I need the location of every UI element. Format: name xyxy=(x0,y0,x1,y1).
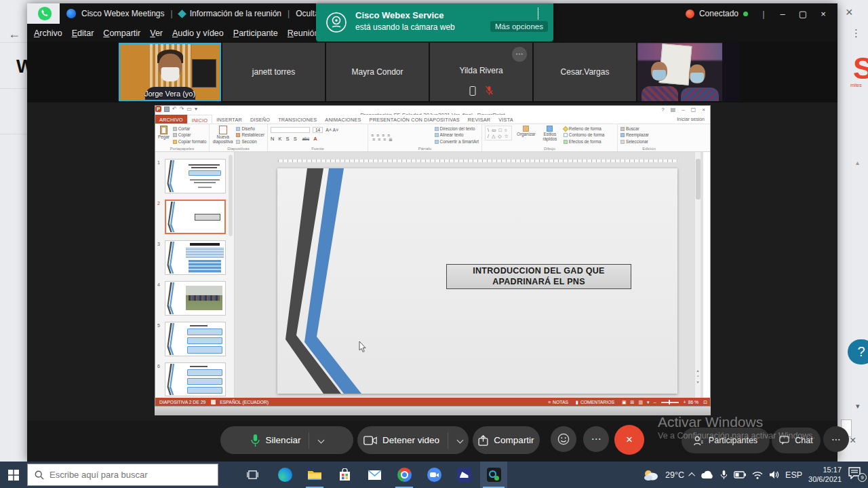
menu-compartir[interactable]: Compartir xyxy=(103,29,140,38)
wifi-icon[interactable] xyxy=(752,471,763,479)
speaker-icon[interactable] xyxy=(769,470,779,479)
share-button[interactable]: Compartir xyxy=(473,426,540,454)
scrollbar-thumb[interactable] xyxy=(696,159,701,200)
notification-center-button[interactable]: 9 xyxy=(848,467,864,483)
store-button[interactable] xyxy=(331,462,358,488)
reactions-button[interactable] xyxy=(551,426,576,452)
select-button[interactable]: Seleccionar xyxy=(620,138,677,145)
tab-presentacion[interactable]: PRESENTACIÓN CON DIAPOSITIVAS xyxy=(366,115,464,124)
meeting-info-link[interactable]: Información de la reunión xyxy=(190,9,281,18)
new-slide-button[interactable]: Nueva diapositiva xyxy=(212,126,233,144)
shape-outline-button[interactable]: Contorno de forma xyxy=(564,132,605,138)
slide-thumbnail-2-selected[interactable] xyxy=(165,200,226,234)
notes-button[interactable]: NOTAS xyxy=(553,400,568,405)
slide-thumbnail-3[interactable] xyxy=(165,240,226,275)
webex-taskbar-button[interactable] xyxy=(480,462,507,488)
participant-tile[interactable]: janett torres xyxy=(222,43,325,101)
chrome-button[interactable] xyxy=(391,462,418,488)
font-name-box[interactable] xyxy=(271,127,310,133)
more-options-button[interactable]: ⋯ xyxy=(583,426,609,452)
bg-close-icon[interactable]: × xyxy=(846,5,853,20)
font-size-box[interactable]: 14 xyxy=(313,127,323,133)
mail-button[interactable] xyxy=(361,462,388,488)
bg-close2-icon[interactable]: × xyxy=(850,434,856,447)
sign-in-link[interactable]: Iniciar sesión xyxy=(677,115,710,124)
tray-expand-icon[interactable] xyxy=(688,472,695,479)
edge-button[interactable] xyxy=(271,462,298,488)
shape-fill-button[interactable]: Relleno de forma xyxy=(564,126,605,132)
view-slideshow-icon[interactable]: ▾ xyxy=(647,400,650,405)
undo-icon[interactable]: ↶ xyxy=(172,107,177,112)
zoom-slider[interactable] xyxy=(661,402,679,403)
tray-mic-icon[interactable] xyxy=(720,470,728,480)
tile-more-button[interactable]: ⋯ xyxy=(512,47,527,62)
format-painter-button[interactable]: Copiar formato xyxy=(173,138,207,145)
browser-back-icon[interactable]: ← xyxy=(8,27,20,41)
find-button[interactable]: Buscar xyxy=(620,126,677,132)
leave-meeting-button[interactable]: × xyxy=(614,425,644,455)
minimize-button[interactable]: – xyxy=(775,9,790,19)
paste-button[interactable]: Pegar xyxy=(158,126,170,139)
slide-title-textbox[interactable]: INTRODUCCION DEL GAD QUE APADRINARÁ EL P… xyxy=(446,264,631,289)
toast-more-options-button[interactable]: Más opciones xyxy=(490,21,548,32)
comments-button[interactable]: COMENTARIOS xyxy=(580,400,614,405)
menu-ver[interactable]: Ver xyxy=(150,29,163,38)
tab-transiciones[interactable]: TRANSICIONES xyxy=(274,115,321,124)
tab-inicio[interactable]: INICIO xyxy=(187,115,213,124)
toast-collapse-button[interactable] xyxy=(536,7,538,20)
redo-icon[interactable]: ↷ xyxy=(180,107,184,112)
align-text-button[interactable]: Alinear texto xyxy=(435,132,479,138)
scroll-mid-icon[interactable]: ▪ xyxy=(695,373,701,379)
thumb-scrollbar[interactable] xyxy=(229,155,233,236)
zoom-slider-thumb[interactable] xyxy=(669,400,671,405)
onedrive-icon[interactable] xyxy=(701,470,714,479)
quick-styles-button[interactable]: Estilos rápidos xyxy=(540,126,559,141)
start-button[interactable] xyxy=(0,462,27,488)
zoom-button[interactable] xyxy=(420,462,448,488)
help-bubble-button[interactable]: ? xyxy=(848,339,868,364)
ppt-minimize-button[interactable]: – xyxy=(678,107,688,113)
file-explorer-button[interactable] xyxy=(301,462,328,488)
ppt-restore-button[interactable]: ▢ xyxy=(688,107,698,113)
text-direction-button[interactable]: Dirección del texto xyxy=(435,126,479,132)
shape-effects-button[interactable]: Efectos de forma xyxy=(564,138,605,145)
copy-button[interactable]: Copiar xyxy=(173,132,207,138)
scroll-up-icon[interactable]: ▴ xyxy=(695,368,701,373)
arrange-button[interactable]: Organizar xyxy=(516,126,536,136)
video-options-chevron-icon[interactable] xyxy=(457,437,464,444)
participant-tile-self[interactable]: Jorge Vera (yo) xyxy=(119,43,221,101)
zoom-in-icon[interactable]: + xyxy=(684,400,686,405)
view-normal-icon[interactable]: ▣ xyxy=(622,400,627,405)
language-indicator[interactable]: ESPAÑOL (ECUADOR) xyxy=(220,400,269,405)
bg-scroll-up-icon[interactable]: ▴ xyxy=(856,159,859,166)
zoom-level[interactable]: 86 % xyxy=(688,400,699,405)
slide-thumbnail-4[interactable] xyxy=(165,281,226,316)
tab-revisar[interactable]: REVISAR xyxy=(464,115,494,124)
mute-button[interactable]: Silenciar xyxy=(220,426,353,454)
slide-thumbnail-1[interactable] xyxy=(165,159,226,193)
temperature[interactable]: 29°C xyxy=(665,470,684,480)
taskbar-clock[interactable]: 15:17 30/6/2021 xyxy=(808,466,842,485)
reset-button[interactable]: Restablecer xyxy=(236,132,264,138)
menu-participante[interactable]: Participante xyxy=(233,29,278,38)
participant-tile[interactable]: ⋯ Yilda Rivera xyxy=(430,43,532,101)
chat-button[interactable]: Chat xyxy=(772,428,821,453)
taskbar-search[interactable] xyxy=(27,464,218,486)
zoom-out-icon[interactable]: – xyxy=(654,400,656,405)
layout-button[interactable]: Diseño xyxy=(236,126,264,132)
menu-editar[interactable]: Editar xyxy=(72,29,94,38)
participant-tile-video[interactable] xyxy=(637,43,740,101)
participants-button[interactable]: Participantes xyxy=(682,428,770,453)
smartart-button[interactable]: Convertir a SmartArt xyxy=(435,138,479,145)
section-button[interactable]: Sección xyxy=(236,138,264,145)
weather-icon[interactable] xyxy=(643,469,659,481)
menu-reunion[interactable]: Reunión xyxy=(288,29,319,38)
search-input[interactable] xyxy=(50,470,199,480)
font-style-buttons[interactable]: N K S S xyxy=(271,136,298,142)
tab-vista[interactable]: VISTA xyxy=(494,115,517,124)
replace-button[interactable]: Reemplazar xyxy=(620,132,677,138)
scroll-buttons[interactable]: ▴ ▪ ▾ xyxy=(695,368,701,385)
strikethrough-button[interactable]: abc xyxy=(302,136,309,141)
tab-diseno[interactable]: DISEÑO xyxy=(246,115,274,124)
view-sorter-icon[interactable]: ⊞ xyxy=(631,400,635,405)
